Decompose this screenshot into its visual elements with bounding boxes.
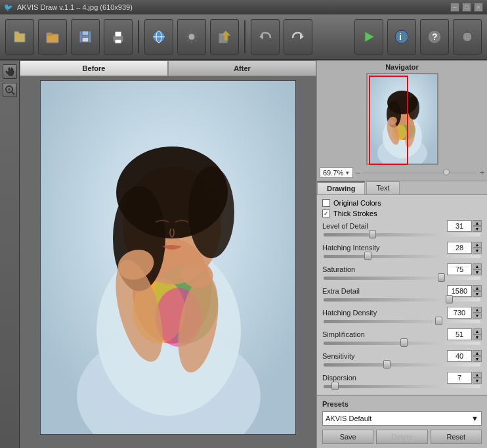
zoom-in-button[interactable]: + <box>480 168 484 177</box>
sensitivity-slider-row <box>322 363 482 367</box>
open-file-button[interactable] <box>5 19 34 55</box>
minimize-button[interactable]: – <box>450 3 459 12</box>
zoom-slider-thumb[interactable] <box>443 169 450 175</box>
saturation-value[interactable]: 75 <box>447 263 472 275</box>
maximize-button[interactable]: □ <box>462 3 471 12</box>
before-after-tabs: Before After <box>20 60 316 76</box>
level-of-detail-row: Level of Detail 31 ▲ ▼ <box>322 220 482 232</box>
svg-point-52 <box>408 96 419 120</box>
extra-detail-down[interactable]: ▼ <box>473 291 482 297</box>
zoom-display[interactable]: 69.7% ▼ <box>320 168 353 178</box>
hatching-intensity-down[interactable]: ▼ <box>473 248 482 254</box>
sensitivity-arrows: ▲ ▼ <box>473 350 482 362</box>
dispersion-down[interactable]: ▼ <box>473 378 482 384</box>
saturation-arrows: ▲ ▼ <box>473 263 482 275</box>
toolbar-right: i ? <box>354 19 482 55</box>
app-icon: 🐦 <box>4 3 13 12</box>
hatching-density-value[interactable]: 730 <box>447 307 472 319</box>
dispersion-value[interactable]: 7 <box>447 372 472 384</box>
print-button[interactable] <box>104 19 133 55</box>
sensitivity-up[interactable]: ▲ <box>473 350 482 356</box>
dispersion-row: Dispersion 7 ▲ ▼ <box>322 372 482 384</box>
close-button[interactable]: × <box>474 3 483 12</box>
level-of-detail-slider-row <box>322 233 482 236</box>
web-button[interactable] <box>144 19 173 55</box>
navigator-thumbnail <box>366 73 438 165</box>
extra-detail-thumb[interactable] <box>446 295 453 303</box>
navigator: Navigator <box>317 60 487 181</box>
svg-marker-16 <box>365 32 374 42</box>
sensitivity-row: Sensitivity 40 ▲ ▼ <box>322 350 482 362</box>
svg-point-21 <box>463 32 472 41</box>
level-of-detail-down[interactable]: ▼ <box>473 226 482 232</box>
presets-dropdown-arrow: ▼ <box>471 414 478 422</box>
level-of-detail-arrows: ▲ ▼ <box>473 220 482 232</box>
hand-tool[interactable] <box>3 64 17 79</box>
dispersion-label: Dispersion <box>322 374 447 382</box>
dispersion-up[interactable]: ▲ <box>473 372 482 378</box>
presets-save-button[interactable]: Save <box>322 430 373 444</box>
sensitivity-down[interactable]: ▼ <box>473 356 482 362</box>
hatching-density-down[interactable]: ▼ <box>473 313 482 319</box>
export-button[interactable] <box>210 19 239 55</box>
hatching-intensity-up[interactable]: ▲ <box>473 242 482 248</box>
toolbar-separator-2 <box>244 20 245 53</box>
dispersion-thumb[interactable] <box>331 382 339 390</box>
hatching-density-thumb[interactable] <box>435 317 442 325</box>
hatching-intensity-slider[interactable] <box>324 255 480 258</box>
text-tab[interactable]: Text <box>366 181 399 194</box>
simplification-down[interactable]: ▼ <box>473 334 482 340</box>
presets-delete-button[interactable]: Delete <box>376 430 427 444</box>
info-button[interactable]: i <box>387 19 416 55</box>
hatching-intensity-thumb[interactable] <box>364 252 371 260</box>
level-of-detail-slider[interactable] <box>324 233 480 236</box>
dispersion-slider-row <box>322 385 482 388</box>
saturation-down[interactable]: ▼ <box>473 269 482 275</box>
hatching-intensity-value[interactable]: 28 <box>447 242 472 254</box>
options-button[interactable] <box>453 19 482 55</box>
simplification-value[interactable]: 51 <box>447 328 472 340</box>
hatching-density-label: Hatching Density <box>322 309 447 317</box>
hatching-intensity-row: Hatching Intensity 28 ▲ ▼ <box>322 242 482 254</box>
presets-reset-button[interactable]: Reset <box>431 430 482 444</box>
simplification-thumb[interactable] <box>400 338 408 347</box>
right-panel: Navigator <box>316 60 487 448</box>
run-button[interactable] <box>354 19 383 55</box>
level-of-detail-thumb[interactable] <box>369 230 376 238</box>
saturation-slider[interactable] <box>324 277 480 280</box>
zoom-slider-track[interactable] <box>363 171 477 174</box>
zoom-out-button[interactable]: – <box>356 168 360 177</box>
sensitivity-thumb[interactable] <box>383 360 391 369</box>
extra-detail-slider[interactable] <box>324 298 480 302</box>
titlebar: 🐦 AKVIS Draw v.1.1 – 4.jpg (610x939) – □… <box>0 0 487 14</box>
navigator-title: Navigator <box>385 63 419 71</box>
redo-button[interactable] <box>284 19 312 55</box>
save-button[interactable] <box>71 19 100 55</box>
simplification-slider[interactable] <box>324 342 480 345</box>
dispersion-slider[interactable] <box>324 385 480 388</box>
left-tool-panel <box>0 60 20 448</box>
simplification-up[interactable]: ▲ <box>473 328 482 334</box>
presets-dropdown[interactable]: AKVIS Default ▼ <box>322 411 482 426</box>
svg-rect-8 <box>115 39 121 43</box>
canvas-container[interactable] <box>20 76 316 448</box>
after-tab[interactable]: After <box>168 60 316 76</box>
original-colors-checkbox[interactable] <box>322 199 330 207</box>
open-folder-button[interactable] <box>38 19 67 55</box>
level-of-detail-value[interactable]: 31 <box>447 220 472 232</box>
zoom-tool[interactable] <box>3 83 17 97</box>
before-tab[interactable]: Before <box>20 60 168 76</box>
settings-button[interactable] <box>177 19 206 55</box>
level-of-detail-up[interactable]: ▲ <box>473 220 482 226</box>
drawing-tab[interactable]: Drawing <box>317 181 365 194</box>
help-button[interactable]: ? <box>420 19 449 55</box>
extra-detail-up[interactable]: ▲ <box>473 285 482 291</box>
hatching-density-slider[interactable] <box>324 320 480 323</box>
saturation-up[interactable]: ▲ <box>473 263 482 269</box>
undo-button[interactable] <box>251 19 280 55</box>
sensitivity-slider[interactable] <box>324 363 480 367</box>
sensitivity-value[interactable]: 40 <box>447 350 472 362</box>
hatching-density-up[interactable]: ▲ <box>473 307 482 313</box>
thick-strokes-checkbox[interactable] <box>322 210 330 217</box>
saturation-thumb[interactable] <box>438 273 445 282</box>
